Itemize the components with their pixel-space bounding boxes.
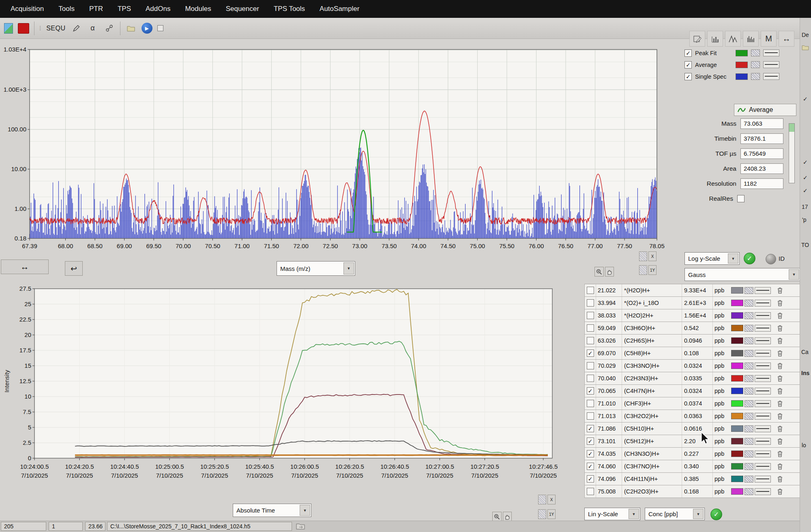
chevron-down-icon[interactable]: ▼: [789, 269, 799, 280]
trash-icon[interactable]: [772, 322, 787, 334]
mass-spectrum-chart[interactable]: 67.3968.0068.5069.0069.5070.0070.5071.00…: [0, 43, 673, 259]
row-pattern-button[interactable]: [744, 476, 753, 483]
chevron-down-icon[interactable]: ▼: [300, 505, 310, 516]
zoom-in-icon[interactable]: [594, 267, 604, 277]
row-linestyle-button[interactable]: [755, 388, 771, 395]
edit-icon[interactable]: [71, 23, 82, 34]
row-pattern-button[interactable]: [744, 287, 753, 294]
mass-table-row[interactable]: 71.013 (C3H2O2)H+ 0.0363 ppb: [584, 410, 800, 423]
linestyle-button[interactable]: [763, 61, 779, 68]
row-linestyle-button[interactable]: [755, 413, 771, 420]
row-pattern-button[interactable]: [744, 438, 753, 445]
row-color-swatch[interactable]: [731, 400, 743, 407]
row-pattern-button[interactable]: [744, 350, 753, 357]
trash-icon[interactable]: [772, 435, 787, 447]
apply-scale-check-button[interactable]: ✓: [744, 253, 755, 264]
row-color-swatch[interactable]: [731, 425, 743, 432]
row-linestyle-button[interactable]: [755, 476, 771, 483]
row-checkbox[interactable]: [587, 312, 594, 319]
pattern-button[interactable]: [751, 61, 760, 68]
row-linestyle-button[interactable]: [755, 337, 771, 344]
mass-table-row[interactable]: 70.029 (C3H3NO)H+ 0.0324 ppb: [584, 360, 800, 372]
pan-hand-icon[interactable]: [503, 512, 512, 521]
row-color-swatch[interactable]: [731, 300, 743, 306]
chevron-down-icon[interactable]: ▼: [343, 262, 354, 275]
row-color-swatch[interactable]: [731, 463, 743, 470]
small-window-icon[interactable]: [157, 25, 163, 31]
row-pattern-button[interactable]: [744, 413, 753, 420]
row-color-swatch[interactable]: [731, 488, 743, 495]
mass-table-row[interactable]: ✓ 70.065 (C4H7N)H+ 0.0324 ppb: [584, 385, 800, 397]
menu-item-acquisition[interactable]: Acquisition: [11, 5, 44, 13]
zoom-in-icon[interactable]: [492, 512, 502, 521]
apply-conc-check-button[interactable]: ✓: [710, 508, 722, 520]
peakfit-checkbox[interactable]: ✓: [684, 49, 692, 57]
menu-item-tps[interactable]: TPS: [118, 5, 131, 13]
horizontal-scroll-button[interactable]: ↔: [1, 260, 49, 274]
row-color-swatch[interactable]: [731, 325, 743, 331]
y-pattern-box[interactable]: [639, 265, 647, 275]
row-checkbox[interactable]: [587, 375, 594, 382]
document-icon[interactable]: [4, 23, 13, 34]
legend-row-average[interactable]: ✓ Average: [684, 59, 800, 71]
fit-function-dropdown[interactable]: Gauss ▼: [684, 268, 800, 281]
linestyle-button[interactable]: [763, 73, 779, 80]
row-pattern-button[interactable]: [744, 300, 753, 307]
mass-table-row[interactable]: ✓ 74.060 (C3H7NO)H+ 0.340 ppb: [584, 460, 800, 473]
row-checkbox[interactable]: ✓: [587, 438, 594, 445]
open-file-folder-icon[interactable]: [296, 523, 305, 531]
row-checkbox[interactable]: ✓: [587, 387, 594, 395]
row-linestyle-button[interactable]: [755, 287, 771, 294]
x-axis-box[interactable]: X: [547, 495, 556, 504]
average-panel-header[interactable]: Average: [734, 104, 796, 116]
menu-item-autosampler[interactable]: AutoSampler: [320, 5, 359, 13]
x-pattern-box[interactable]: [639, 251, 647, 261]
menu-item-tps-tools[interactable]: TPS Tools: [274, 5, 305, 13]
color-swatch[interactable]: [736, 62, 748, 68]
row-color-swatch[interactable]: [731, 476, 743, 482]
edit-chart-icon[interactable]: [689, 31, 705, 47]
trash-icon[interactable]: [772, 372, 787, 384]
time-axis-mode-dropdown[interactable]: Absolute Time ▼: [233, 504, 311, 517]
marker-m-button[interactable]: M: [761, 31, 777, 47]
lin-y-scale-dropdown[interactable]: Lin y-Scale ▼: [584, 508, 640, 520]
histogram-icon[interactable]: [743, 31, 759, 47]
status-file-path[interactable]: C:\I...\StoreMosse_2025_7_10_Rack1_Index…: [107, 522, 292, 531]
row-pattern-button[interactable]: [744, 450, 753, 457]
color-swatch[interactable]: [736, 50, 748, 56]
stop-button[interactable]: [18, 23, 29, 34]
row-color-swatch[interactable]: [731, 312, 743, 319]
trash-icon[interactable]: [772, 309, 787, 322]
trash-icon[interactable]: [772, 410, 787, 422]
trash-icon[interactable]: [772, 347, 787, 359]
mass-table-row[interactable]: 63.026 (C2H6S)H+ 0.0946 ppb: [584, 335, 800, 347]
row-checkbox[interactable]: [587, 287, 594, 294]
y-pattern-box[interactable]: [538, 509, 546, 519]
row-checkbox[interactable]: [587, 400, 594, 407]
row-linestyle-button[interactable]: [755, 300, 771, 307]
row-checkbox[interactable]: [587, 362, 594, 369]
trash-icon[interactable]: [772, 448, 787, 460]
row-checkbox[interactable]: ✓: [587, 463, 594, 470]
row-linestyle-button[interactable]: [755, 463, 771, 470]
row-color-swatch[interactable]: [731, 450, 743, 457]
row-linestyle-button[interactable]: [755, 350, 771, 357]
row-checkbox[interactable]: [587, 337, 594, 344]
row-color-swatch[interactable]: [731, 363, 743, 369]
menu-item-sequencer[interactable]: Sequencer: [226, 5, 259, 13]
trash-icon[interactable]: [772, 473, 787, 485]
tof-value-field[interactable]: 6.75649: [740, 148, 783, 159]
mass-table-row[interactable]: 75.008 (C2H2O3)H+ 0.168 ppb: [584, 485, 800, 498]
trash-icon[interactable]: [772, 423, 787, 435]
bar-chart-icon[interactable]: [707, 31, 723, 47]
sequ-button[interactable]: SEQU: [46, 25, 65, 32]
pattern-button[interactable]: [751, 73, 760, 80]
legend-row-singlespec[interactable]: ✓ Single Spec: [684, 71, 800, 82]
mass-table-row[interactable]: 59.049 (C3H6O)H+ 0.542 ppb: [584, 322, 800, 335]
trash-icon[interactable]: [772, 335, 787, 347]
chevron-down-icon[interactable]: ▼: [629, 509, 639, 519]
row-checkbox[interactable]: [587, 488, 594, 495]
trash-icon[interactable]: [772, 460, 787, 472]
row-color-swatch[interactable]: [731, 388, 743, 394]
row-checkbox[interactable]: [587, 412, 594, 420]
